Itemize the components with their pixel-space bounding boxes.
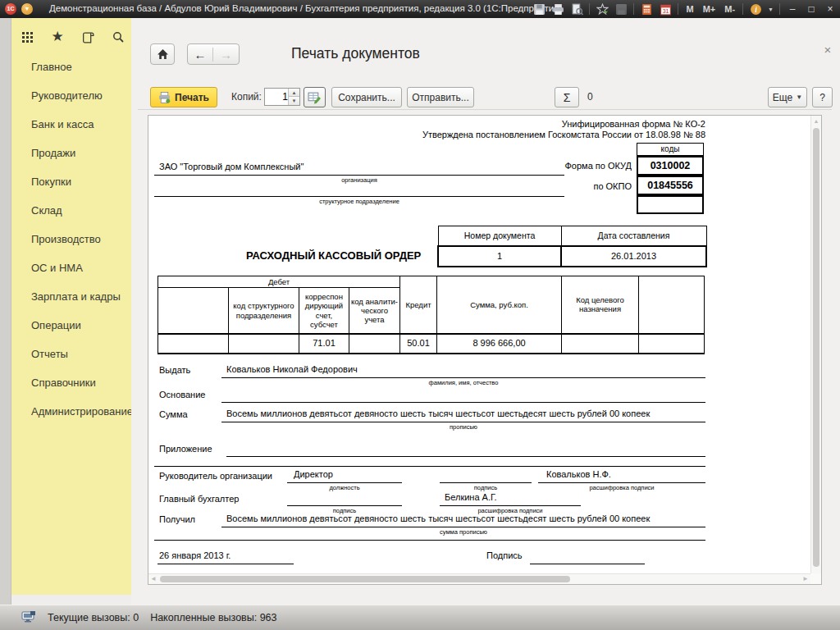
head-sign-hint: подпись: [440, 484, 532, 491]
home-icon: [157, 48, 169, 60]
sidebar-item-sales[interactable]: Продажи: [11, 139, 131, 167]
sidebar-item-directories[interactable]: Справочники: [11, 368, 131, 397]
system-menu-dropdown-icon[interactable]: ▼: [21, 3, 33, 15]
menu-grid-glyph: [21, 31, 33, 43]
calendar-icon[interactable]: 31: [659, 2, 672, 16]
close-tab-icon[interactable]: ×: [820, 43, 835, 57]
titlebar-separator: [633, 3, 634, 15]
stepper-up-icon[interactable]: ▲: [289, 89, 299, 97]
basis-line: [221, 402, 705, 403]
subdivision-line: [154, 196, 564, 197]
sidebar-item-administration[interactable]: Администрирование: [11, 397, 131, 426]
sidebar-item-salary-hr[interactable]: Зарплата и кадры: [11, 282, 131, 311]
signature-label: Подпись: [486, 550, 523, 560]
section-divider: [154, 466, 705, 467]
window-left-edge: [0, 18, 11, 605]
debit-header: Дебет: [158, 276, 400, 288]
vertical-scrollbar[interactable]: ▲: [810, 116, 821, 573]
head-label: Руководитель организации: [159, 471, 272, 481]
sections-panel: ★ Главное Руководителю Банк и касса Прод…: [11, 18, 131, 595]
send-document-button[interactable]: Отправить...: [407, 87, 474, 107]
print-preview-icon[interactable]: [570, 2, 583, 16]
accountant-name-value: Белкина А.Г.: [445, 492, 497, 502]
print-icon[interactable]: [551, 2, 564, 16]
date-column-header: Дата составления: [561, 226, 706, 246]
close-window-button[interactable]: ×: [824, 3, 837, 15]
minimize-button[interactable]: –: [786, 3, 799, 15]
print-button[interactable]: Печать: [150, 87, 217, 107]
sidebar-item-production[interactable]: Производство: [11, 225, 131, 253]
cell-extra: [639, 334, 705, 354]
chevron-down-icon: ▼: [796, 94, 802, 101]
copies-stepper[interactable]: ▲ ▼: [264, 88, 300, 106]
organization-hint: организация: [154, 176, 564, 184]
table-settings-button[interactable]: [304, 87, 326, 107]
document-number-value: 1: [438, 246, 561, 267]
window-title: Демонстрационная база / Абдулов Юрий Вла…: [49, 3, 563, 13]
empty-code-cell: [637, 195, 704, 214]
sidebar-item-operations[interactable]: Операции: [11, 311, 131, 340]
add-favorite-icon[interactable]: [596, 2, 609, 16]
info-icon[interactable]: i: [749, 2, 762, 16]
copies-input[interactable]: [265, 89, 288, 105]
issue-value: Ковальков Николай Федорович: [226, 364, 358, 374]
save-copy-icon: [614, 2, 628, 16]
sidebar-item-warehouse[interactable]: Склад: [11, 196, 131, 225]
sum-button[interactable]: Σ: [555, 87, 579, 107]
ko2-form: Унифицированная форма № КО-2 Утверждена …: [154, 117, 705, 567]
document-title: РАСХОДНЫЙ КАССОВЫЙ ОРДЕР: [246, 249, 421, 262]
cell-struct-code: [229, 334, 299, 354]
struct-code-header: код структурного подразделения: [229, 288, 299, 334]
sidebar-item-reports[interactable]: Отчеты: [11, 340, 131, 368]
subdivision-hint: структурное подразделение: [154, 198, 564, 205]
search-icon[interactable]: [109, 30, 127, 44]
received-label: Получил: [159, 514, 195, 524]
sidebar-item-bank-cash[interactable]: Банк и касса: [11, 110, 131, 139]
copies-label: Копий:: [231, 91, 262, 103]
save-icon[interactable]: [532, 2, 546, 16]
menu-grid-icon[interactable]: [18, 30, 36, 44]
performance-indicator-icon[interactable]: [21, 611, 36, 624]
home-button[interactable]: [150, 43, 175, 65]
scrollbar-corner: [810, 573, 821, 584]
favorites-star-icon[interactable]: ★: [48, 30, 66, 44]
more-button[interactable]: Еще ▼: [768, 87, 807, 107]
memory-recall-button[interactable]: M: [684, 4, 695, 14]
maximize-button[interactable]: □: [805, 3, 818, 15]
content-area: ← → Печать документов × Печать Копий: ▲ …: [131, 18, 840, 605]
okpo-value-cell: 01845556: [637, 176, 704, 195]
issue-hint: фамилия, имя, отчество: [221, 379, 705, 386]
scroll-up-icon[interactable]: ▲: [811, 118, 821, 124]
horizontal-scrollbar-thumb[interactable]: [160, 576, 570, 582]
vertical-scrollbar-thumb[interactable]: [813, 128, 819, 567]
save-document-button[interactable]: Сохранить...: [331, 87, 402, 107]
scroll-right-icon[interactable]: ►: [801, 575, 810, 582]
sidebar-item-manager[interactable]: Руководителю: [11, 81, 131, 110]
scroll-left-icon[interactable]: ◄: [149, 575, 158, 582]
accountant-sign-line: [287, 505, 402, 506]
stepper-down-icon[interactable]: ▼: [289, 97, 299, 105]
sidebar-item-main[interactable]: Главное: [11, 52, 131, 81]
history-icon[interactable]: [79, 30, 97, 44]
titlebar-separator: [742, 3, 743, 15]
memory-minus-button[interactable]: M-: [723, 4, 737, 14]
svg-text:31: 31: [663, 7, 669, 13]
accounting-table: Дебет Кредит Сумма, руб.коп. Код целевог…: [158, 276, 705, 354]
horizontal-scrollbar[interactable]: ◄ ►: [148, 573, 810, 584]
number-column-header: Номер документа: [438, 226, 561, 246]
status-bar: Текущие вызовы: 0 Накопленные вызовы: 96…: [0, 605, 840, 630]
more-button-label: Еще: [773, 92, 792, 103]
sidebar-item-fixed-assets[interactable]: ОС и НМА: [11, 253, 131, 282]
memory-plus-button[interactable]: M+: [701, 4, 718, 14]
organization-line: [154, 175, 564, 176]
history-nav-buttons: ← →: [187, 43, 240, 65]
purpose-code-header: Код целевого назначения: [562, 276, 639, 334]
document-date-value: 26.01.2013: [561, 246, 706, 267]
help-button[interactable]: ?: [812, 87, 833, 107]
footer-date-line: [158, 564, 294, 564]
calculator-icon[interactable]: [640, 2, 653, 16]
sidebar-item-purchases[interactable]: Покупки: [11, 167, 131, 196]
info-dropdown-icon[interactable]: ▼: [768, 7, 774, 12]
window-titlebar: 1С ▼ Демонстрационная база / Абдулов Юри…: [0, 0, 840, 18]
back-button[interactable]: ←: [188, 48, 213, 62]
